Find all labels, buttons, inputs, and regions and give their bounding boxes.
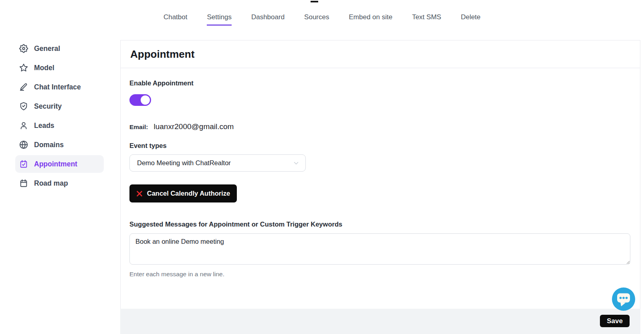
tab-dashboard[interactable]: Dashboard xyxy=(251,13,285,26)
email-row: Email: luanxr2000@gmail.com xyxy=(129,122,630,131)
shield-check-icon xyxy=(19,102,28,111)
pencil-icon xyxy=(19,83,28,91)
cancel-calendly-label: Cancel Calendly Authorize xyxy=(147,190,230,197)
sidebar-item-label: Security xyxy=(34,102,62,111)
chat-bubble-icon[interactable] xyxy=(612,287,635,311)
event-types-label: Event types xyxy=(129,142,630,150)
tab-text-sms[interactable]: Text SMS xyxy=(412,13,441,26)
sidebar-item-road-map[interactable]: Road map xyxy=(15,174,104,192)
gear-icon xyxy=(19,44,28,53)
suggested-messages-hint: Enter each message in a new line. xyxy=(129,271,630,278)
sidebar-item-general[interactable]: General xyxy=(15,40,104,57)
user-icon xyxy=(19,121,28,130)
panel-header: Appointment xyxy=(121,40,640,68)
sidebar-item-leads[interactable]: Leads xyxy=(15,117,104,134)
suggested-messages-textarea[interactable]: Book an online Demo meeting xyxy=(129,233,630,265)
enable-appointment-label: Enable Appointment xyxy=(129,79,630,87)
email-value: luanxr2000@gmail.com xyxy=(154,122,234,131)
top-nav: Chatbot Settings Dashboard Sources Embed… xyxy=(0,13,644,26)
enable-appointment-toggle[interactable] xyxy=(129,94,151,106)
x-icon xyxy=(136,190,143,197)
appointment-settings-panel: Appointment Enable Appointment Email: lu… xyxy=(120,40,640,334)
sidebar-item-label: Chat Interface xyxy=(34,83,81,91)
event-type-selected-value: Demo Meeting with ChatRealtor xyxy=(137,159,231,167)
sidebar-item-model[interactable]: Model xyxy=(15,59,104,77)
tab-embed-on-site[interactable]: Embed on site xyxy=(349,13,392,26)
save-bar: Save xyxy=(120,309,640,334)
suggested-messages-label: Suggested Messages for Appointment or Cu… xyxy=(129,221,630,228)
app-root: Chatbot Settings Dashboard Sources Embed… xyxy=(0,0,644,334)
tab-chatbot[interactable]: Chatbot xyxy=(164,13,188,26)
sidebar-item-label: Domains xyxy=(34,141,64,149)
page-title: Appointment xyxy=(130,48,194,61)
toggle-knob xyxy=(141,95,150,105)
sidebar-item-label: Model xyxy=(34,64,55,72)
sidebar-item-security[interactable]: Security xyxy=(15,97,104,115)
tab-settings[interactable]: Settings xyxy=(207,13,231,26)
save-button[interactable]: Save xyxy=(600,315,630,327)
sidebar-item-label: General xyxy=(34,45,60,53)
email-label: Email: xyxy=(129,123,148,131)
cancel-calendly-authorize-button[interactable]: Cancel Calendly Authorize xyxy=(129,184,237,202)
sidebar-item-domains[interactable]: Domains xyxy=(15,136,104,154)
tab-delete[interactable]: Delete xyxy=(461,13,480,26)
top-dash xyxy=(311,1,318,2)
sidebar-item-label: Road map xyxy=(34,179,68,188)
sidebar-item-appointment[interactable]: Appointment xyxy=(15,155,104,173)
sidebar-item-chat-interface[interactable]: Chat Interface xyxy=(15,78,104,96)
globe-icon xyxy=(19,140,28,149)
calendar-check-icon xyxy=(19,160,28,168)
sidebar-item-label: Leads xyxy=(34,121,55,130)
chevron-down-icon xyxy=(293,160,300,167)
tab-sources[interactable]: Sources xyxy=(304,13,329,26)
panel-body: Enable Appointment Email: luanxr2000@gma… xyxy=(121,68,640,278)
star-icon xyxy=(19,63,28,72)
sidebar-item-label: Appointment xyxy=(34,160,77,168)
settings-sidebar: General Model Chat Interface Security Le xyxy=(15,40,104,194)
event-type-select[interactable]: Demo Meeting with ChatRealtor xyxy=(129,154,306,172)
calendar-icon xyxy=(19,179,28,188)
